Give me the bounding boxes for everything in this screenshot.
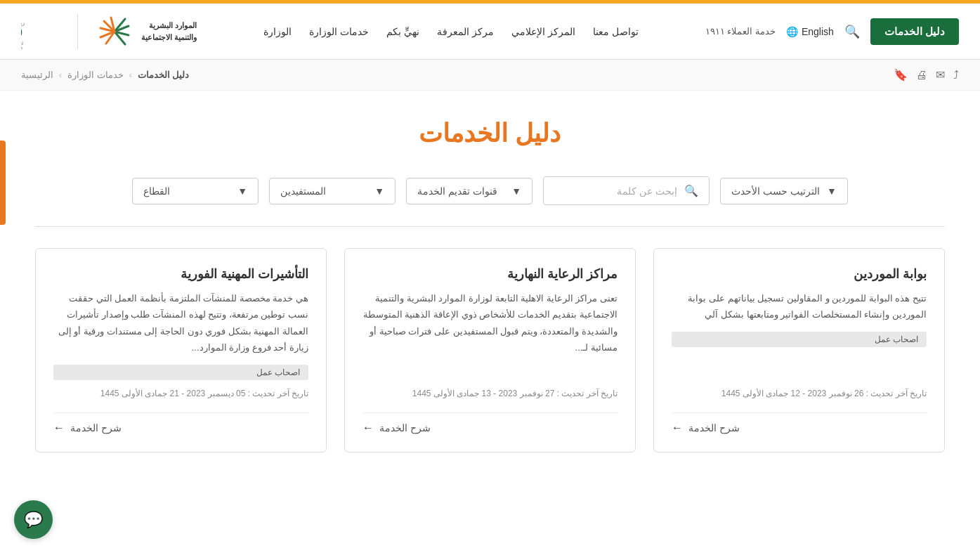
breadcrumb-sep2: › (129, 70, 132, 80)
sector-dropdown[interactable]: ▼ القطاع (132, 178, 259, 204)
ministry-logo: الموارد البشرية والتنمية الاجتماعية (96, 14, 197, 49)
card-desc-3: هي خدمة مخصصة للمنشآت الملتزمة بأنظمة ال… (53, 290, 308, 356)
card-date-1: تاريخ آخر تحديث : 26 نوفمبر 2023 - 12 جم… (672, 389, 927, 398)
breadcrumb-sep1: › (59, 70, 62, 80)
vision-2030-icon: رؤية 2030 VISION SAUDI ARABIA (21, 14, 67, 49)
card-arrow-icon-3: ← (53, 422, 65, 434)
ministry-name-line2: والتنمية الاجتماعية (141, 32, 197, 44)
card-date-3: تاريخ آخر تحديث : 05 ديسمبر 2023 - 21 جم… (53, 389, 308, 398)
beneficiaries-dropdown[interactable]: ▼ المستفيدين (269, 178, 396, 204)
customer-service-label: خدمة العملاء ١٩١١ (705, 26, 776, 37)
card-link-label-1: شرح الخدمة (688, 422, 740, 434)
top-bar-left-section: دليل الخدمات 🔍 English 🌐 خدمة العملاء ١٩… (705, 18, 959, 45)
vision-2030-logo: رؤية 2030 VISION SAUDI ARABIA (21, 14, 78, 49)
card-link-3[interactable]: شرح الخدمة ← (53, 412, 308, 434)
nav-item-ministry[interactable]: الوزارة (263, 25, 292, 38)
chevron-down-icon-beneficiaries: ▼ (374, 185, 384, 197)
nav-item-contact[interactable]: تواصل معنا (593, 25, 639, 38)
globe-icon: 🌐 (786, 26, 798, 37)
channels-label: قنوات تقديم الخدمة (417, 185, 497, 197)
main-navigation: تواصل معنا المركز الإعلامي مركز المعرفة … (263, 25, 638, 38)
svg-text:VISION: VISION (21, 41, 23, 46)
breadcrumb-bar: ⤴ ✉ 🖨 🔖 دليل الخدمات › خدمات الوزارة › ا… (0, 60, 980, 91)
ministry-logo-icon (96, 14, 134, 49)
page-title-section: دليل الخدمات (0, 91, 980, 162)
card-arrow-icon-2: ← (362, 422, 374, 434)
print-button[interactable]: 🖨 (916, 69, 927, 82)
channels-dropdown[interactable]: ▼ قنوات تقديم الخدمة (406, 178, 533, 204)
card-desc-1: تتيح هذه البوابة للموردين و المقاولين تس… (672, 290, 927, 323)
card-title-3: التأشيرات المهنية الفورية (53, 266, 308, 282)
card-link-label-2: شرح الخدمة (379, 422, 431, 434)
bookmark-button[interactable]: 🔖 (894, 68, 908, 82)
card-tag-3: اصحاب عمل (53, 365, 308, 380)
breadcrumb-actions: ⤴ ✉ 🖨 🔖 (894, 68, 959, 82)
card-title-2: مراكز الرعاية النهارية (362, 266, 618, 282)
language-button[interactable]: English 🌐 (786, 26, 834, 37)
nav-item-nahj[interactable]: نهيٍّ بكم (386, 25, 419, 38)
svg-text:SAUDI ARABIA: SAUDI ARABIA (21, 46, 23, 49)
search-input[interactable] (554, 185, 677, 197)
breadcrumb-home[interactable]: الرئيسية (21, 70, 53, 80)
breadcrumb: دليل الخدمات › خدمات الوزارة › الرئيسية (21, 70, 189, 80)
top-navigation-bar: دليل الخدمات 🔍 English 🌐 خدمة العملاء ١٩… (0, 4, 980, 60)
guide-button[interactable]: دليل الخدمات (870, 18, 959, 45)
ministry-name: الموارد البشرية والتنمية الاجتماعية (141, 20, 197, 43)
top-bar-right-section: الموارد البشرية والتنمية الاجتماعية (21, 14, 197, 49)
chevron-down-icon: ▼ (827, 185, 837, 197)
card-desc-2: تعنى مراكز الرعاية الاهلية التابعة لوزار… (362, 290, 618, 356)
card-link-1[interactable]: شرح الخدمة ← (672, 412, 927, 434)
search-bar: 🔍 (543, 176, 710, 205)
card-arrow-icon-1: ← (672, 422, 683, 434)
card-link-2[interactable]: شرح الخدمة ← (362, 412, 618, 434)
breadcrumb-ministry-services[interactable]: خدمات الوزارة (67, 70, 124, 80)
filters-bar: ▼ الترتيب حسب الأحدث 🔍 ▼ قنوات تقديم الخ… (0, 162, 980, 219)
chevron-down-icon-channels: ▼ (511, 185, 521, 197)
card-tag-1: اصحاب عمل (672, 332, 927, 347)
nav-links-list: تواصل معنا المركز الإعلامي مركز المعرفة … (263, 25, 638, 38)
card-suppliers-portal: بوابة الموردين تتيح هذه البوابة للموردين… (653, 248, 945, 452)
card-date-2: تاريخ آخر تحديث : 27 نوفمبر 2023 - 13 جم… (362, 389, 618, 398)
search-icon: 🔍 (684, 184, 698, 197)
page-title: دليل الخدمات (21, 119, 959, 148)
filter-divider (35, 226, 945, 227)
sort-dropdown[interactable]: ▼ الترتيب حسب الأحدث (720, 178, 848, 204)
email-button[interactable]: ✉ (936, 68, 945, 82)
card-title-1: بوابة الموردين (672, 266, 927, 282)
ministry-name-line1: الموارد البشرية (141, 20, 197, 32)
nav-item-media[interactable]: المركز الإعلامي (511, 25, 575, 38)
card-instant-visas: التأشيرات المهنية الفورية هي خدمة مخصصة … (35, 248, 327, 452)
breadcrumb-current: دليل الخدمات (138, 70, 190, 80)
card-day-care-centers: مراكز الرعاية النهارية تعنى مراكز الرعاي… (344, 248, 636, 452)
svg-text:رؤية: رؤية (21, 19, 25, 27)
cards-section: بوابة الموردين تتيح هذه البوابة للموردين… (0, 234, 980, 481)
nav-item-knowledge[interactable]: مركز المعرفة (437, 25, 494, 38)
sort-label: الترتيب حسب الأحدث (731, 185, 820, 197)
language-label: English (802, 26, 834, 37)
nav-item-services[interactable]: خدمات الوزارة (309, 25, 369, 38)
side-accent-bar (0, 141, 6, 225)
share-button[interactable]: ⤴ (953, 69, 959, 82)
search-button[interactable]: 🔍 (844, 24, 860, 39)
sector-label: القطاع (143, 185, 170, 197)
svg-text:2030: 2030 (21, 27, 22, 39)
card-link-label-3: شرح الخدمة (70, 422, 122, 434)
beneficiaries-label: المستفيدين (280, 185, 326, 197)
chevron-down-icon-sector: ▼ (237, 185, 247, 197)
